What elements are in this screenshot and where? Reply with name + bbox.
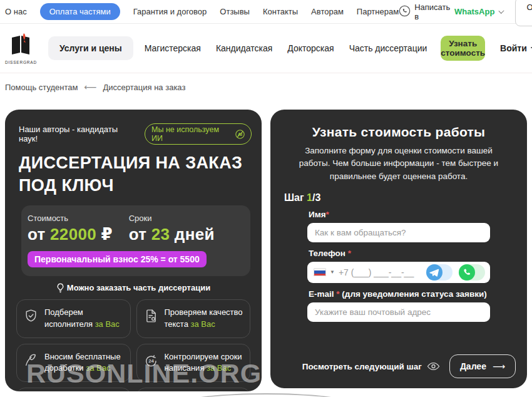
nav-services-pill[interactable]: Услуги и цены (48, 36, 133, 60)
required-asterisk: * (326, 210, 329, 219)
form-subtitle: Заполните форму для оценки стоимости ваш… (289, 145, 508, 183)
next-step-button[interactable]: Далее ⟶ (449, 354, 516, 378)
header-cta-button[interactable]: Узнать стоимость (441, 36, 485, 61)
required-asterisk: * (348, 249, 351, 258)
nav-masters[interactable]: Магистерская (145, 43, 201, 53)
page-title: ДИССЕРТАЦИЯ НА ЗАКАЗ ПОД КЛЮЧ (19, 152, 252, 197)
step-total: /3 (312, 192, 320, 203)
nav-partners[interactable]: Партнерам (357, 7, 399, 16)
phone-label: Телефон * (309, 249, 490, 258)
whatsapp-link-prefix: Написать в (414, 3, 451, 21)
nav-dissertation-part[interactable]: Часть диссертации (349, 43, 427, 53)
callback-button[interactable]: Обратный звонок (515, 0, 532, 26)
feature-text: Контролируем сроки написания за Вас (165, 351, 244, 375)
term-unit: дней (175, 225, 215, 244)
part-order-hint-text: Можно заказать часть диссертации (67, 283, 210, 292)
installment-badge: Первоначальный взнос 25% = от 5500 (28, 251, 207, 267)
next-section-peek (185, 393, 347, 397)
bulb-icon (56, 283, 64, 293)
nav-reviews[interactable]: Отзывы (220, 7, 250, 16)
step-current: 1 (307, 192, 312, 203)
main-header: DISSERGRAD Услуги и цены Магистерская Ка… (0, 24, 532, 73)
chevron-down-icon (499, 8, 504, 13)
page-title-line1: ДИССЕРТАЦИЯ НА ЗАКАЗ (19, 153, 242, 172)
hero-card: Наши авторы - кандидаты наук! Мы не испо… (5, 110, 262, 391)
eye-icon (427, 362, 440, 371)
shield-check-icon (23, 308, 39, 324)
breadcrumb: Помощь студентам ⟵ Диссертация на заказ (0, 73, 532, 92)
flag-caret-icon[interactable]: ▼ (330, 269, 335, 275)
feature-tile: Подберем исполнителя за Вас (16, 299, 131, 338)
page: О нас Оплата частями Гарантия и договор … (0, 0, 532, 397)
preview-next-step-link[interactable]: Посмотреть следующий шаг (302, 362, 440, 371)
feature-tile: 24 Контролируем сроки написания за Вас (136, 344, 251, 383)
price-box: Стоимость от 22000 ₽ Сроки от 23 дней (21, 205, 250, 276)
price-value: от 22000 ₽ (28, 225, 129, 244)
email-label: E-mail * (для уведомления статуса заявки… (309, 289, 490, 299)
whatsapp-option[interactable] (459, 264, 485, 281)
form-title: Узнать стоимость работы (284, 125, 513, 140)
logo-book-icon (8, 33, 33, 59)
no-ai-badge: Мы не используем ИИ AI (145, 123, 252, 145)
svg-text:24: 24 (148, 358, 154, 364)
breadcrumb-current: Диссертация на заказ (103, 83, 186, 92)
hero-eyebrow-row: Наши авторы - кандидаты наук! Мы не испо… (15, 123, 252, 145)
breadcrumb-arrow-icon: ⟵ (84, 82, 96, 92)
price-prefix: от (28, 225, 46, 244)
term-column: Сроки от 23 дней (129, 214, 243, 244)
breadcrumb-parent[interactable]: Помощь студентам (5, 83, 78, 92)
login-link[interactable]: Войти (500, 43, 532, 54)
form-footer: Посмотреть следующий шаг Далее ⟶ (302, 354, 516, 378)
email-input[interactable] (307, 302, 490, 322)
term-value: от 23 дней (129, 225, 243, 244)
document-check-icon (143, 308, 159, 324)
price-number: 22000 (50, 225, 96, 244)
pen-icon (23, 353, 39, 368)
feature-text: Вносим бесплатные доработки за Вас (44, 351, 124, 375)
ruble-sign: ₽ (101, 225, 112, 244)
telegram-icon (426, 264, 442, 281)
hero-eyebrow: Наши авторы - кандидаты наук! (19, 125, 138, 143)
feature-tile: Вносим бесплатные доработки за Вас (16, 344, 131, 383)
price-label: Стоимость (28, 214, 129, 223)
nav-contacts[interactable]: Контакты (263, 7, 298, 16)
form-fields: Имя* Телефон * ▼ (307, 210, 490, 322)
email-note: (для уведомления статуса заявки) (342, 289, 486, 299)
name-label: Имя* (309, 210, 490, 219)
price-column: Стоимость от 22000 ₽ (28, 214, 129, 244)
nav-installments-pill[interactable]: Оплата частями (40, 3, 120, 20)
page-title-line2: ПОД КЛЮЧ (19, 176, 114, 195)
phone-input[interactable] (339, 267, 422, 277)
nav-authors[interactable]: Авторам (311, 7, 344, 16)
logo[interactable]: DISSERGRAD (5, 33, 37, 64)
feature-tile: Уникальность работы до 95% (136, 388, 251, 391)
next-button-label: Далее (460, 361, 486, 371)
no-ai-icon: AI (235, 130, 245, 139)
arrow-right-icon: ⟶ (493, 361, 505, 371)
whatsapp-link-brand: WhatsApp (454, 7, 494, 16)
whatsapp-outline-icon (399, 5, 411, 19)
name-input[interactable] (307, 223, 490, 242)
login-label: Войти (500, 43, 527, 53)
clock-24-icon: 24 (143, 353, 159, 368)
features-grid: Подберем исполнителя за Вас Проверяем ка… (16, 299, 250, 391)
term-label: Сроки (129, 214, 243, 223)
country-flag-ru[interactable] (314, 268, 326, 276)
nav-candidate[interactable]: Кандидатская (216, 43, 272, 53)
part-order-hint: Можно заказать часть диссертации (15, 283, 252, 293)
feature-tile: Проверяем качество текста за Вас (136, 299, 251, 338)
whatsapp-write-link[interactable]: Написать в WhatsApp (399, 3, 503, 21)
cost-form-card: Узнать стоимость работы Заполните форму … (270, 110, 527, 388)
nav-about[interactable]: О нас (5, 7, 27, 16)
top-utility-bar: О нас Оплата частями Гарантия и договор … (0, 0, 532, 24)
step-label: Шаг (284, 192, 304, 203)
feature-tile: Оформляем работу по ГОСТ за Вас (16, 388, 131, 391)
top-right-group: Написать в WhatsApp Обратный звонок (399, 0, 532, 26)
nav-guarantee[interactable]: Гарантия и договор (133, 7, 207, 16)
telegram-option[interactable] (426, 264, 453, 281)
top-nav: О нас Оплата частями Гарантия и договор … (5, 3, 399, 20)
nav-doctoral[interactable]: Докторская (287, 43, 334, 53)
feature-text: Подберем исполнителя за Вас (44, 307, 124, 331)
step-indicator: Шаг 1/3 (284, 192, 513, 204)
whatsapp-icon (459, 264, 475, 281)
